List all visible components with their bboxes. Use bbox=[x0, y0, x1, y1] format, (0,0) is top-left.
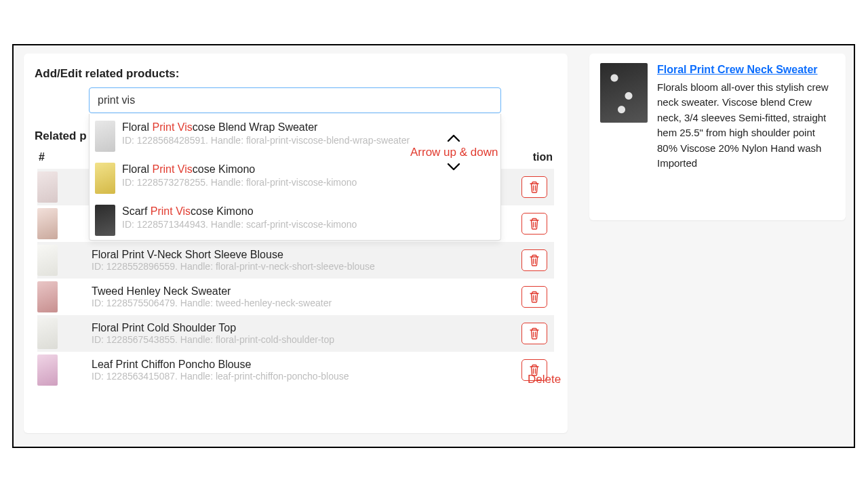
product-thumb bbox=[37, 245, 58, 276]
product-thumb bbox=[37, 208, 58, 239]
product-thumb bbox=[37, 171, 58, 203]
product-thumb bbox=[95, 121, 115, 152]
trash-icon bbox=[529, 181, 540, 193]
row-meta: ID: 1228563415087. Handle: leaf-print-ch… bbox=[92, 371, 508, 383]
dropdown-item[interactable]: Scarf Print Viscose Kimono ID: 122857134… bbox=[90, 198, 500, 240]
row-meta: ID: 1228552896559. Handle: floral-print-… bbox=[92, 261, 508, 273]
trash-icon bbox=[529, 291, 540, 303]
delete-button[interactable] bbox=[521, 286, 547, 308]
dropdown-item-meta: ID: 1228571344943. Handle: scarf-print-v… bbox=[122, 219, 494, 230]
search-wrap: Floral Print Viscose Blend Wrap Sweater … bbox=[89, 87, 554, 113]
preview-description: Florals bloom all-over this stylish crew… bbox=[657, 80, 835, 171]
product-thumb bbox=[37, 281, 58, 312]
dropdown-item-title: Floral Print Viscose Blend Wrap Sweater bbox=[122, 121, 494, 134]
dropdown-item[interactable]: Floral Print Viscose Blend Wrap Sweater … bbox=[90, 114, 500, 156]
dropdown-item-meta: ID: 1228568428591. Handle: floral-print-… bbox=[122, 135, 494, 146]
related-products-panel: Add/Edit related products: Floral Print … bbox=[24, 54, 568, 433]
search-input[interactable] bbox=[89, 87, 501, 113]
row-title: Tweed Henley Neck Sweater bbox=[92, 285, 508, 298]
preview-thumb bbox=[600, 63, 648, 123]
product-preview-card: Floral Print Crew Neck Sweater Florals b… bbox=[589, 54, 846, 220]
th-actions: tion bbox=[500, 151, 554, 163]
product-thumb bbox=[95, 163, 115, 194]
row-meta: ID: 1228575506479. Handle: tweed-henley-… bbox=[92, 298, 508, 310]
row-title: Leaf Print Chiffon Poncho Blouse bbox=[92, 358, 508, 371]
dropdown-item-title: Scarf Print Viscose Kimono bbox=[122, 205, 494, 218]
section-title: Add/Edit related products: bbox=[35, 67, 554, 81]
delete-button[interactable] bbox=[521, 323, 547, 344]
th-thumb: # bbox=[37, 151, 92, 163]
app-frame: Add/Edit related products: Floral Print … bbox=[12, 44, 855, 448]
product-thumb bbox=[37, 354, 58, 386]
trash-icon bbox=[529, 254, 540, 266]
trash-icon bbox=[529, 364, 540, 376]
product-thumb bbox=[95, 205, 115, 236]
dropdown-item-meta: ID: 1228573278255. Handle: floral-print-… bbox=[122, 177, 494, 188]
table-row: Floral Print Cold Shoulder Top ID: 12285… bbox=[37, 315, 554, 352]
table-row: Tweed Henley Neck Sweater ID: 1228575506… bbox=[37, 279, 554, 315]
dropdown-item-title: Floral Print Viscose Kimono bbox=[122, 163, 494, 176]
row-title: Floral Print Cold Shoulder Top bbox=[92, 321, 508, 334]
dropdown-item[interactable]: Floral Print Viscose Kimono ID: 12285732… bbox=[90, 156, 500, 198]
trash-icon bbox=[529, 327, 540, 340]
delete-button[interactable] bbox=[521, 249, 547, 271]
search-dropdown: Floral Print Viscose Blend Wrap Sweater … bbox=[89, 114, 501, 241]
delete-button[interactable] bbox=[521, 213, 547, 235]
table-row: Floral Print V-Neck Short Sleeve Blouse … bbox=[37, 242, 554, 279]
table-row: Leaf Print Chiffon Poncho Blouse ID: 122… bbox=[37, 352, 554, 388]
product-thumb bbox=[37, 318, 58, 349]
preview-title[interactable]: Floral Print Crew Neck Sweater bbox=[657, 64, 818, 75]
trash-icon bbox=[529, 218, 540, 230]
delete-button[interactable] bbox=[521, 359, 547, 381]
delete-button[interactable] bbox=[521, 176, 547, 198]
row-meta: ID: 1228567543855. Handle: floral-print-… bbox=[92, 334, 508, 346]
row-title: Floral Print V-Neck Short Sleeve Blouse bbox=[92, 248, 508, 261]
